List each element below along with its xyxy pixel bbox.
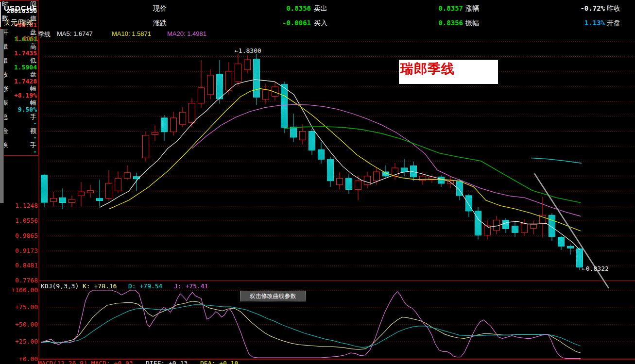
candle-body <box>420 176 426 181</box>
axis-label: 1.0556 <box>15 217 38 224</box>
candle-body <box>226 71 232 90</box>
last-price-callout: ←0.8322 <box>582 265 609 272</box>
tooltip-text: 双击修改曲线参数 <box>250 293 296 299</box>
kdj-j-line <box>41 290 581 359</box>
short-ma-line <box>531 158 582 164</box>
candle-body <box>87 191 94 193</box>
macd-diff-value: DIFF: +0.13 <box>146 360 188 364</box>
kdj-k-line <box>41 301 581 353</box>
candle-body <box>558 237 565 247</box>
high-price-callout: ←1.8300 <box>235 47 261 54</box>
candle-body <box>143 135 149 158</box>
candle-body <box>438 177 445 183</box>
candle-body <box>152 132 158 135</box>
candle-body <box>531 224 537 228</box>
candle-body <box>309 131 315 150</box>
candle-body <box>263 90 269 99</box>
candle-body <box>337 178 343 184</box>
candle-body <box>318 149 325 159</box>
candle-body <box>567 246 574 248</box>
candle-body <box>503 220 509 229</box>
candle-body <box>235 64 241 82</box>
axis-label: 0.8481 <box>15 262 38 269</box>
candle-body <box>124 173 131 179</box>
macd-dea-value: DEA: +0.10 <box>200 360 238 364</box>
candle-body <box>254 59 260 98</box>
candle-body <box>51 199 57 202</box>
axis-label: +0.00 <box>19 355 38 363</box>
axis-label: +25.00 <box>15 338 38 345</box>
kdj-k-value: K: +78.16 <box>83 282 117 290</box>
candle-body <box>106 183 112 199</box>
candle-body <box>180 112 186 124</box>
candle-body <box>364 176 371 185</box>
candle-body <box>78 192 85 196</box>
candle-body <box>244 60 251 70</box>
kdj-d-line <box>41 305 581 347</box>
candle-body <box>198 88 205 103</box>
chart-title-text: 瑞郎季线 <box>400 60 498 78</box>
axis-label: 1.8951 <box>15 35 38 42</box>
candle-body <box>355 181 361 190</box>
trading-terminal: USDCHF 美元/瑞郎 现价 0.8356 卖出 0.8357 涨幅 -0.7… <box>0 0 635 364</box>
candle-body <box>189 103 195 123</box>
candle-body <box>512 226 518 232</box>
kdj-title[interactable]: KDJ(9,3,3) <box>41 282 79 290</box>
candle-body <box>401 168 408 172</box>
axis-label: +100.00 <box>11 286 38 294</box>
ma20-line <box>192 104 581 216</box>
candle-body <box>161 118 168 132</box>
candle-body <box>60 198 66 202</box>
axis-label: +50.00 <box>15 321 38 328</box>
candle-body <box>475 211 481 235</box>
axis-label: 0.7768 <box>15 277 38 284</box>
kdj-j-value: J: +75.41 <box>174 282 208 290</box>
macd-title-value[interactable]: MACD(12,26,9) MACD: +0.03 <box>38 360 133 364</box>
candle-body <box>41 175 48 202</box>
candle-body <box>69 199 75 202</box>
chart-title-box[interactable]: 瑞郎季线 <box>399 60 498 84</box>
candle-body <box>346 178 352 189</box>
candle-body <box>97 199 103 201</box>
candle-body <box>207 75 214 95</box>
axis-label: 1.1248 <box>15 202 38 209</box>
candle-body <box>577 249 583 267</box>
candle-body <box>291 127 297 137</box>
kdj-d-value: D: +79.54 <box>128 282 162 290</box>
candle-body <box>327 159 334 181</box>
candle-body <box>281 84 288 128</box>
candle-body <box>217 74 223 99</box>
candle-body <box>300 131 306 140</box>
candle-body <box>115 178 121 191</box>
axis-label: +75.00 <box>15 303 38 311</box>
candle-body <box>466 196 472 211</box>
curve-tooltip: 双击修改曲线参数 <box>240 291 306 301</box>
axis-label: 0.9865 <box>15 232 38 239</box>
candle-body <box>521 224 528 233</box>
candle-body <box>374 172 380 181</box>
ma10-line <box>109 89 581 231</box>
price-chart[interactable]: 1.89511.12481.05560.98650.91730.84810.77… <box>0 0 635 364</box>
axis-label: 0.9173 <box>15 247 38 254</box>
candle-body <box>171 118 177 132</box>
